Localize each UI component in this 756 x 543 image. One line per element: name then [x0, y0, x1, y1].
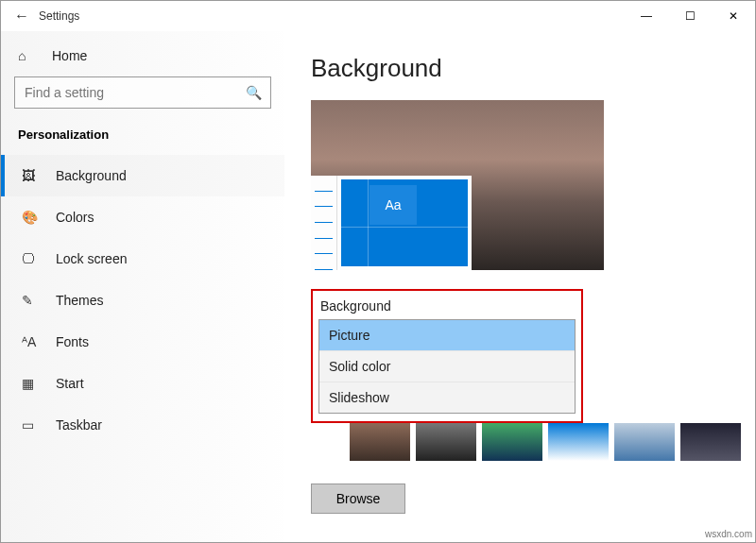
browse-button[interactable]: Browse: [311, 484, 405, 514]
sidebar-item-label: Fonts: [56, 334, 89, 349]
sidebar-item-label: Colors: [56, 210, 94, 225]
thumbnail[interactable]: [614, 423, 675, 461]
sidebar-item-start[interactable]: ▦ Start: [1, 363, 284, 404]
font-icon: ᴬA: [22, 334, 43, 349]
picture-thumbnails: [350, 423, 741, 461]
preview-tile: Aa: [369, 185, 417, 225]
search-input[interactable]: [14, 76, 271, 109]
settings-window: ← Settings — ☐ ✕ ⌂ Home 🔍 Personalizatio…: [0, 0, 756, 543]
sidebar-item-themes[interactable]: ✎ Themes: [1, 280, 284, 321]
dropdown-option-slideshow[interactable]: Slideshow: [319, 382, 575, 413]
sidebar-item-background[interactable]: 🖼 Background: [1, 155, 284, 196]
desktop-preview: Aa: [311, 100, 604, 270]
search-icon: 🔍: [246, 85, 262, 100]
sidebar-item-fonts[interactable]: ᴬA Fonts: [1, 321, 284, 363]
window-title: Settings: [39, 9, 79, 23]
home-label: Home: [52, 48, 87, 63]
thumbnail[interactable]: [548, 423, 609, 461]
picture-icon: 🖼: [22, 168, 43, 183]
dropdown-option-picture[interactable]: Picture: [319, 320, 575, 350]
sidebar-item-taskbar[interactable]: ▭ Taskbar: [1, 404, 284, 446]
page-title: Background: [311, 54, 729, 83]
taskbar-icon: ▭: [22, 417, 43, 433]
pencil-icon: ✎: [22, 293, 43, 308]
sidebar-item-label: Start: [56, 376, 84, 391]
background-dropdown-label: Background: [320, 298, 576, 314]
thumbnail[interactable]: [680, 423, 741, 461]
home-nav[interactable]: ⌂ Home: [1, 39, 284, 73]
minimize-button[interactable]: —: [625, 1, 668, 31]
thumbnail[interactable]: [482, 423, 542, 461]
category-label: Personalization: [1, 124, 284, 155]
sidebar: ⌂ Home 🔍 Personalization 🖼 Background 🎨 …: [1, 31, 284, 542]
titlebar: ← Settings — ☐ ✕: [1, 1, 755, 31]
preview-mock-window: Aa: [311, 176, 472, 270]
sidebar-item-lock-screen[interactable]: 🖵 Lock screen: [1, 238, 284, 280]
window-controls: — ☐ ✕: [625, 1, 755, 31]
thumbnail[interactable]: [416, 423, 476, 461]
grid-icon: ▦: [22, 376, 43, 391]
watermark: wsxdn.com: [705, 529, 752, 539]
sidebar-item-label: Lock screen: [56, 251, 127, 266]
thumbnail[interactable]: [350, 423, 410, 461]
main-panel: Background Aa Background Picture Solid c…: [284, 31, 755, 542]
palette-icon: 🎨: [22, 210, 43, 225]
dropdown-option-solid-color[interactable]: Solid color: [319, 350, 575, 382]
sidebar-item-colors[interactable]: 🎨 Colors: [1, 196, 284, 238]
sidebar-item-label: Taskbar: [56, 417, 102, 433]
sidebar-item-label: Themes: [56, 293, 104, 308]
close-button[interactable]: ✕: [712, 1, 755, 31]
maximize-button[interactable]: ☐: [668, 1, 712, 31]
home-icon: ⌂: [18, 48, 39, 63]
sidebar-item-label: Background: [56, 168, 127, 183]
highlight-annotation: Background Picture Solid color Slideshow: [311, 289, 583, 423]
back-button[interactable]: ←: [9, 8, 35, 25]
monitor-icon: 🖵: [22, 251, 43, 266]
background-dropdown[interactable]: Picture Solid color Slideshow: [318, 319, 576, 414]
